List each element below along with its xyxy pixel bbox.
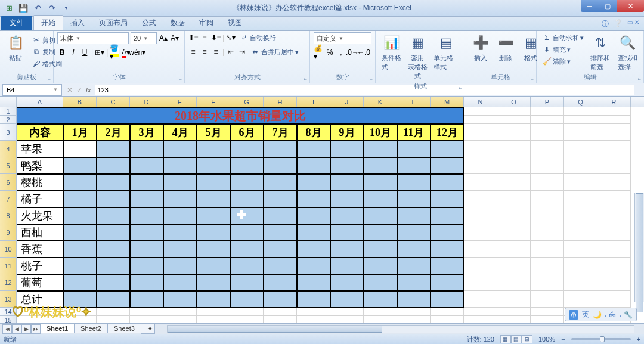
empty-cell[interactable] xyxy=(163,316,197,323)
empty-cell[interactable] xyxy=(564,174,597,191)
indent-inc-icon[interactable]: ⇥ xyxy=(237,47,247,57)
font-size-combo[interactable]: 20▼ xyxy=(131,32,157,44)
data-cell[interactable] xyxy=(330,224,364,241)
data-cell[interactable] xyxy=(431,174,464,191)
row-header-12[interactable]: 12 xyxy=(0,274,17,291)
inc-decimal-icon[interactable]: .0→ xyxy=(348,48,357,57)
cancel-formula-icon[interactable]: ✕ xyxy=(67,86,73,94)
empty-cell[interactable] xyxy=(531,124,564,141)
currency-icon[interactable]: 💰▾ xyxy=(314,48,323,57)
sheet-next-button[interactable]: ▶ xyxy=(21,324,31,334)
data-cell[interactable] xyxy=(63,224,97,241)
data-cell[interactable] xyxy=(63,207,97,224)
empty-cell[interactable] xyxy=(197,308,230,316)
row-header-2[interactable]: 2 xyxy=(0,116,17,124)
data-cell[interactable] xyxy=(397,224,431,241)
empty-cell[interactable] xyxy=(531,308,564,316)
data-cell[interactable] xyxy=(330,291,364,308)
data-cell[interactable] xyxy=(197,224,230,241)
comma-icon[interactable]: , xyxy=(336,48,346,57)
maximize-button[interactable]: ▢ xyxy=(599,0,617,12)
data-cell[interactable] xyxy=(364,174,397,191)
row-label-cell[interactable]: 桃子 xyxy=(17,258,63,274)
new-sheet-button[interactable]: ✦ xyxy=(141,324,155,334)
sheet-tab-1[interactable]: Sheet1 xyxy=(40,324,75,333)
help-icon[interactable]: ❔ xyxy=(614,19,623,29)
empty-cell[interactable] xyxy=(230,316,264,323)
tab-home[interactable]: 开始 xyxy=(33,15,63,30)
empty-cell[interactable] xyxy=(531,157,564,174)
data-cell[interactable] xyxy=(330,157,364,174)
data-cell[interactable] xyxy=(431,191,464,207)
empty-cell[interactable] xyxy=(197,316,230,323)
zoom-slider[interactable] xyxy=(571,338,631,340)
data-cell[interactable] xyxy=(163,241,197,258)
data-cell[interactable] xyxy=(364,258,397,274)
data-cell[interactable] xyxy=(163,191,197,207)
data-cell[interactable] xyxy=(230,207,264,224)
empty-cell[interactable] xyxy=(531,207,564,224)
cells-area[interactable]: 2018年水果超市销量对比内容1月2月3月4月5月6月7月8月9月10月11月1… xyxy=(17,107,644,323)
font-name-combo[interactable]: 宋体▼ xyxy=(57,32,129,44)
empty-cell[interactable] xyxy=(597,207,631,224)
col-header-H[interactable]: H xyxy=(264,97,297,107)
data-cell[interactable] xyxy=(431,224,464,241)
empty-cell[interactable] xyxy=(531,241,564,258)
empty-cell[interactable] xyxy=(564,274,597,291)
minimize-button[interactable]: ─ xyxy=(581,0,599,12)
empty-cell[interactable] xyxy=(497,291,531,308)
empty-cell[interactable] xyxy=(364,308,397,316)
empty-cell[interactable] xyxy=(431,316,464,323)
data-cell[interactable] xyxy=(130,258,163,274)
empty-cell[interactable] xyxy=(230,308,264,316)
align-middle-icon[interactable]: ≡ xyxy=(200,33,209,42)
data-cell[interactable] xyxy=(230,258,264,274)
row-label-cell[interactable]: 橘子 xyxy=(17,191,63,207)
empty-cell[interactable] xyxy=(97,308,130,316)
empty-cell[interactable] xyxy=(397,316,431,323)
data-cell[interactable] xyxy=(197,241,230,258)
empty-cell[interactable] xyxy=(464,157,497,174)
data-cell[interactable] xyxy=(63,174,97,191)
row-label-cell[interactable]: 葡萄 xyxy=(17,274,63,291)
empty-cell[interactable] xyxy=(597,157,631,174)
empty-cell[interactable] xyxy=(464,274,497,291)
align-top-icon[interactable]: ⬆≡ xyxy=(188,33,198,42)
horizontal-scrollbar[interactable] xyxy=(167,325,634,333)
data-cell[interactable] xyxy=(431,274,464,291)
row-label-cell[interactable]: 苹果 xyxy=(17,141,63,157)
shrink-font-icon[interactable]: A▾ xyxy=(170,33,179,43)
empty-cell[interactable] xyxy=(497,258,531,274)
tab-review[interactable]: 审阅 xyxy=(192,16,221,30)
data-cell[interactable] xyxy=(230,157,264,174)
col-header-J[interactable]: J xyxy=(330,97,364,107)
col-header-D[interactable]: D xyxy=(130,97,163,107)
empty-cell[interactable] xyxy=(564,124,597,141)
data-cell[interactable] xyxy=(230,174,264,191)
empty-cell[interactable] xyxy=(431,308,464,316)
save-button[interactable]: 💾 xyxy=(17,2,30,14)
data-cell[interactable] xyxy=(330,174,364,191)
row-header-1[interactable]: 1 xyxy=(0,107,17,116)
border-button[interactable]: ⊞▾ xyxy=(95,48,104,57)
data-cell[interactable] xyxy=(197,258,230,274)
orientation-icon[interactable]: ⤡▾ xyxy=(226,33,236,42)
empty-cell[interactable] xyxy=(97,316,130,323)
empty-cell[interactable] xyxy=(597,107,631,116)
data-cell[interactable] xyxy=(297,224,330,241)
header-cell[interactable]: 7月 xyxy=(264,124,297,141)
header-cell[interactable]: 1月 xyxy=(63,124,97,141)
align-right-icon[interactable]: ≡ xyxy=(211,47,221,57)
data-cell[interactable] xyxy=(197,191,230,207)
align-bottom-icon[interactable]: ⬇≡ xyxy=(211,33,221,42)
fill-color-button[interactable]: 🪣▾ xyxy=(110,48,119,57)
data-cell[interactable] xyxy=(197,174,230,191)
empty-cell[interactable] xyxy=(597,191,631,207)
empty-cell[interactable] xyxy=(497,191,531,207)
empty-cell[interactable] xyxy=(330,316,364,323)
header-cell[interactable]: 8月 xyxy=(297,124,330,141)
empty-cell[interactable] xyxy=(597,274,631,291)
col-header-F[interactable]: F xyxy=(197,97,230,107)
empty-cell[interactable] xyxy=(364,316,397,323)
empty-cell[interactable] xyxy=(564,291,597,308)
